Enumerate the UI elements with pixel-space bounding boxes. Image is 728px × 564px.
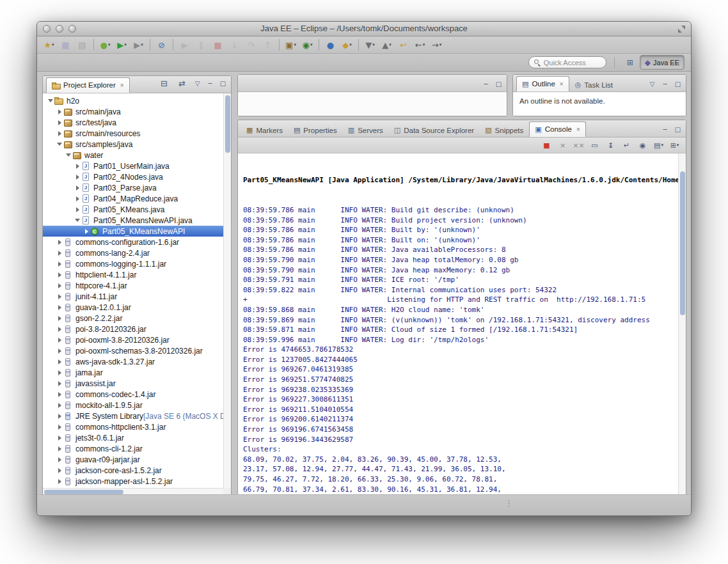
disclosure-icon[interactable] [56, 479, 63, 484]
debug-button[interactable]: ●▾ [97, 38, 113, 52]
tree-item[interactable]: commons-lang-2.4.jar [43, 247, 223, 258]
tree-item[interactable]: poi-ooxml-3.8-20120326.jar [43, 334, 223, 345]
tree-item[interactable]: commons-configuration-1.6.jar [43, 237, 223, 247]
tree-item[interactable]: Part05_KMeansNewAPI [43, 226, 223, 237]
tree-item[interactable]: aws-java-sdk-1.3.27.jar [43, 356, 223, 367]
disclosure-icon[interactable] [56, 120, 63, 125]
tree-item[interactable]: Part02_4Nodes.java [43, 171, 223, 182]
tree-item[interactable]: src/test/java [43, 117, 223, 128]
terminate-launch-button[interactable]: ■ [539, 139, 554, 152]
view-menu-icon[interactable]: ▽ [192, 78, 203, 88]
disclosure-icon[interactable] [56, 109, 63, 114]
java-ee-perspective-button[interactable]: ◆Java EE [640, 55, 684, 70]
tree-item[interactable]: guava-r09-jarjar.jar [43, 454, 223, 465]
disclosure-icon[interactable] [56, 338, 63, 343]
sash-handle[interactable]: ⋮ [505, 499, 513, 508]
display-selected-console-button[interactable]: ▤▾ [651, 139, 666, 152]
titlebar[interactable]: Java EE – Eclipse – /Users/tomk/Document… [37, 22, 691, 36]
step-over-button[interactable]: ↷ [243, 38, 259, 52]
run-button[interactable]: ▶▾ [114, 38, 130, 52]
close-tab-icon[interactable]: × [576, 126, 580, 133]
open-console-button[interactable]: ⊞▾ [667, 139, 682, 152]
remove-launch-button[interactable]: × [555, 139, 570, 152]
tree-item[interactable]: junit-4.11.jar [43, 291, 223, 302]
scrollbar-thumb[interactable] [225, 95, 230, 153]
vertical-scrollbar[interactable] [223, 93, 231, 488]
minimize-window-button[interactable] [56, 25, 63, 33]
tab-properties[interactable]: ▤Properties [289, 123, 342, 137]
minimize-icon[interactable]: ─ [660, 79, 670, 89]
minimize-icon[interactable]: ─ [205, 78, 216, 88]
remove-all-terminated-launches-button[interactable]: ×× [571, 139, 586, 152]
tab-markers[interactable]: ▦Markers [241, 123, 288, 137]
link-with-editor-button[interactable]: ⇄ [174, 76, 190, 90]
disclosure-icon[interactable] [56, 457, 63, 462]
next-annotation-dropdown-icon[interactable]: ▾ [372, 42, 375, 47]
suspend-button[interactable]: ‖ [193, 38, 209, 52]
maximize-icon[interactable]: □ [218, 78, 228, 88]
disclosure-icon[interactable] [56, 435, 63, 441]
disclosure-icon[interactable] [47, 99, 54, 102]
tree-item[interactable]: Part03_Parse.java [43, 182, 223, 193]
vertical-scrollbar[interactable] [678, 153, 686, 496]
close-button[interactable] [43, 25, 51, 33]
search-button[interactable]: ◆▾ [339, 38, 355, 52]
disclosure-icon[interactable] [56, 403, 63, 408]
tree-item[interactable]: httpcore-4.1.jar [43, 280, 223, 291]
disclosure-icon[interactable] [74, 175, 81, 180]
tab-outline[interactable]: ▤Outline× [516, 76, 569, 91]
disclosure-icon[interactable] [56, 316, 63, 321]
tree-item[interactable]: httpclient-4.1.1.jar [43, 269, 223, 280]
maximize-icon[interactable]: □ [672, 124, 683, 134]
scroll-lock-button[interactable]: ↨ [603, 139, 618, 152]
maximize-icon[interactable]: □ [493, 79, 504, 89]
disclosure-icon[interactable] [56, 251, 63, 256]
view-menu-icon[interactable]: ▽ [647, 79, 658, 89]
fullscreen-icon[interactable] [678, 26, 685, 33]
back-dropdown-icon[interactable]: ▾ [423, 42, 425, 47]
editor-area-body[interactable] [238, 92, 507, 116]
disclosure-icon[interactable] [56, 425, 63, 430]
disclosure-icon[interactable] [56, 305, 63, 310]
tree-item[interactable]: h2o [43, 95, 223, 106]
next-annotation-button[interactable]: ▼▾ [362, 38, 378, 52]
disclosure-icon[interactable] [56, 143, 63, 146]
disclosure-icon[interactable] [56, 294, 63, 299]
resume-button[interactable]: ▶ [177, 38, 193, 52]
collapse-all-button[interactable]: ⊟ [156, 76, 172, 90]
tree-item[interactable]: src/main/java [43, 106, 223, 117]
zoom-window-button[interactable] [68, 25, 76, 33]
tree-item[interactable]: Part04_MapReduce.java [43, 193, 223, 204]
tree-item[interactable]: commons-logging-1.1.1.jar [43, 258, 223, 269]
tree-item[interactable]: JRE System Library [Java SE 6 (MacOS X D… [43, 411, 223, 421]
search-dropdown-icon[interactable]: ▾ [349, 42, 352, 47]
disclosure-icon[interactable] [74, 164, 81, 169]
tree-item[interactable]: Part05_KMeansNewAPI.java [43, 215, 223, 226]
print-button[interactable]: ▤ [74, 38, 90, 52]
quick-access-input[interactable]: Quick Access [528, 56, 606, 68]
maximize-icon[interactable]: □ [672, 79, 683, 89]
disclosure-icon[interactable] [56, 359, 63, 364]
disclosure-icon[interactable] [56, 131, 63, 136]
tab-console[interactable]: ▣Console× [529, 121, 585, 137]
back-button[interactable]: ←▾ [412, 38, 428, 52]
tab-data-source-explorer[interactable]: ◫Data Source Explorer [389, 123, 479, 137]
tree-item[interactable]: javassist.jar [43, 378, 223, 389]
tree-item[interactable]: src/samples/java [43, 139, 223, 150]
pin-console-button[interactable]: ◉ [635, 139, 650, 152]
skip-all-breakpoints-button[interactable]: ⊘ [154, 38, 170, 52]
tree-item[interactable]: poi-3.8-20120326.jar [43, 324, 223, 334]
new-java-project-dropdown-icon[interactable]: ▾ [294, 42, 296, 47]
new-wizard-button[interactable]: ★▾ [41, 38, 57, 52]
disclosure-icon[interactable] [56, 327, 63, 332]
previous-annotation-button[interactable]: ▲▾ [379, 38, 395, 52]
tree-item[interactable]: Part05_KMeans.java [43, 204, 223, 215]
step-into-button[interactable]: ↓ [226, 38, 242, 52]
new-java-class-button[interactable]: ◉▾ [299, 38, 315, 52]
tree-item[interactable]: poi-ooxml-schemas-3.8-20120326.jar [43, 345, 223, 356]
disclosure-icon[interactable] [56, 283, 63, 288]
tree-item[interactable]: water [43, 150, 223, 161]
tree-item[interactable]: commons-codec-1.4.jar [43, 389, 223, 400]
console-output[interactable]: Part05_KMeansNewAPI [Java Application] /… [238, 153, 678, 496]
tree-item[interactable]: jackson-mapper-asl-1.5.2.jar [43, 476, 223, 487]
